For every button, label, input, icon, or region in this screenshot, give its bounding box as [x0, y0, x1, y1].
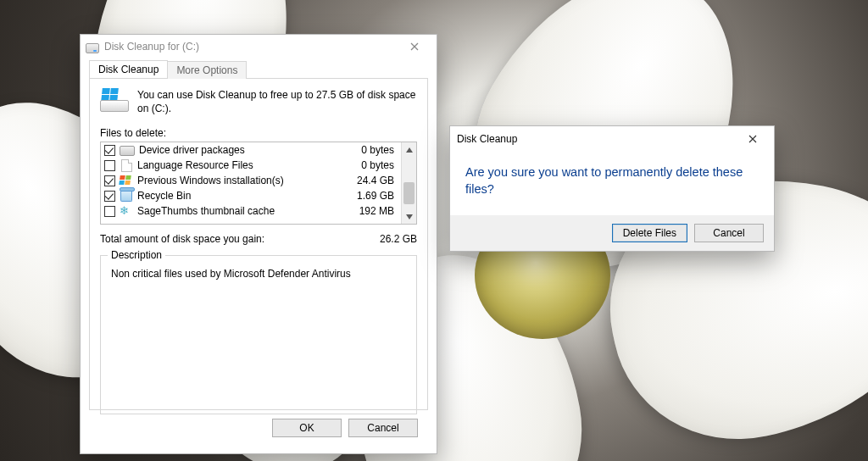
desktop-background: Disk Cleanup for (C:) Disk Cleanup More … — [0, 0, 868, 461]
list-item[interactable]: Language Resource Files 0 bytes — [101, 158, 401, 173]
close-icon[interactable] — [738, 129, 767, 149]
confirm-dialog: Disk Cleanup Are you sure you want to pe… — [449, 125, 775, 252]
close-icon[interactable] — [398, 37, 431, 56]
disk-cleanup-window: Disk Cleanup for (C:) Disk Cleanup More … — [80, 34, 437, 454]
checkbox[interactable] — [104, 206, 115, 217]
file-list: Device driver packages 0 bytes Language … — [100, 142, 417, 225]
checkbox[interactable] — [104, 160, 115, 171]
titlebar[interactable]: Disk Cleanup for (C:) — [81, 35, 437, 58]
cancel-button[interactable]: Cancel — [348, 419, 418, 437]
driver-package-icon — [120, 146, 135, 156]
scrollbar-track[interactable] — [402, 157, 416, 209]
titlebar[interactable]: Disk Cleanup — [450, 126, 774, 152]
sagethumbs-icon: ❄ — [120, 205, 133, 217]
cleanup-icon — [100, 88, 129, 112]
drive-icon — [86, 40, 99, 53]
scrollbar[interactable] — [401, 142, 416, 224]
description-heading: Description — [108, 249, 165, 261]
window-title: Disk Cleanup — [457, 133, 738, 145]
list-item[interactable]: ❄ SageThumbs thumbnail cache 192 MB — [101, 203, 401, 219]
list-item[interactable]: Previous Windows installation(s) 24.4 GB — [101, 173, 401, 188]
checkbox[interactable] — [104, 175, 115, 186]
recycle-bin-icon — [120, 190, 133, 202]
delete-files-button[interactable]: Delete Files — [612, 224, 687, 242]
tab-strip: Disk Cleanup More Options — [89, 59, 428, 79]
scroll-down-icon[interactable] — [402, 209, 416, 224]
confirm-message: Are you sure you want to permanently del… — [450, 152, 774, 215]
list-item[interactable]: Recycle Bin 1.69 GB — [101, 188, 401, 203]
tab-more-options[interactable]: More Options — [167, 61, 247, 79]
window-title: Disk Cleanup for (C:) — [104, 41, 398, 53]
files-to-delete-label: Files to delete: — [100, 127, 417, 139]
scroll-up-icon[interactable] — [402, 142, 416, 157]
list-item[interactable]: Device driver packages 0 bytes — [101, 142, 401, 158]
windows-icon — [120, 175, 133, 186]
checkbox[interactable] — [104, 191, 115, 202]
description-text: Non critical files used by Microsoft Def… — [109, 264, 408, 283]
tab-panel: You can use Disk Cleanup to free up to 2… — [89, 78, 428, 410]
file-icon — [120, 159, 133, 171]
total-value: 26.2 GB — [349, 233, 417, 245]
scrollbar-thumb[interactable] — [403, 182, 415, 204]
intro-text: You can use Disk Cleanup to free up to 2… — [137, 88, 417, 115]
description-group: Description Non critical files used by M… — [100, 255, 417, 414]
total-label: Total amount of disk space you gain: — [100, 233, 349, 245]
tab-disk-cleanup[interactable]: Disk Cleanup — [89, 60, 168, 78]
cancel-button[interactable]: Cancel — [694, 224, 764, 242]
checkbox[interactable] — [104, 145, 115, 156]
ok-button[interactable]: OK — [272, 419, 342, 437]
